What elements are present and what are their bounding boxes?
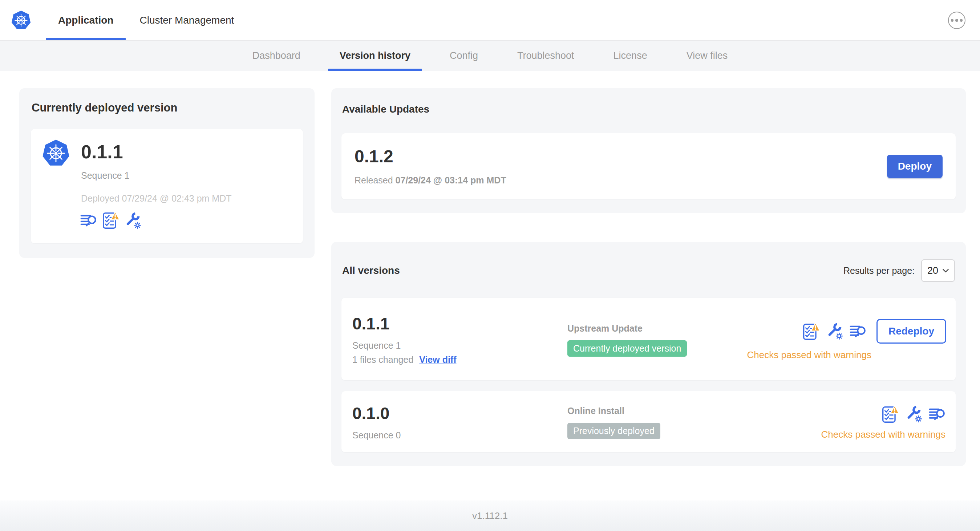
config-wrench-icon[interactable] bbox=[124, 212, 142, 229]
files-changed-label: 1 files changed bbox=[352, 355, 414, 365]
ellipsis-menu-button[interactable] bbox=[948, 12, 966, 29]
all-versions-title: All versions bbox=[342, 265, 400, 277]
preflight-status-link[interactable]: Checks passed with warnings bbox=[821, 429, 946, 440]
main-content: Currently deployed version 0.1.1 Sequenc… bbox=[0, 71, 980, 466]
diff-lines-icon[interactable] bbox=[850, 323, 867, 340]
primary-tabs: Application Cluster Management bbox=[58, 0, 260, 40]
results-per-page-label: Results per page: bbox=[843, 266, 915, 276]
preflight-checklist-warning-icon[interactable] bbox=[102, 211, 120, 229]
view-diff-link[interactable]: View diff bbox=[419, 355, 456, 365]
top-header: Application Cluster Management bbox=[0, 0, 980, 41]
kubernetes-logo-icon bbox=[11, 10, 31, 31]
row-version-number: 0.1.0 bbox=[352, 405, 567, 422]
released-date: 07/29/24 @ 03:14 pm MDT bbox=[396, 175, 506, 185]
ellipsis-icon bbox=[960, 19, 963, 22]
currently-deployed-version-card: 0.1.1 Sequence 1 Deployed 07/29/24 @ 02:… bbox=[31, 129, 303, 243]
deployed-status-badge: Currently deployed version bbox=[567, 340, 687, 357]
config-wrench-icon[interactable] bbox=[905, 405, 923, 423]
app-subnav: Dashboard Version history Config Trouble… bbox=[0, 41, 980, 71]
version-row-0-1-0: 0.1.0 Sequence 0 Online Install Previous… bbox=[341, 391, 956, 452]
available-updates-card: Available Updates 0.1.2 Released 07/29/2… bbox=[331, 88, 966, 213]
current-version-number: 0.1.1 bbox=[81, 141, 129, 163]
current-version-row: 0.1.1 Sequence 1 bbox=[42, 138, 292, 181]
current-version-sequence: Sequence 1 bbox=[81, 170, 129, 181]
currently-deployed-card: Currently deployed version 0.1.1 Sequenc… bbox=[19, 88, 315, 258]
released-label: Released bbox=[355, 175, 393, 185]
console-version-label: v1.112.1 bbox=[472, 510, 508, 521]
config-wrench-icon[interactable] bbox=[826, 323, 844, 340]
row-action-icons bbox=[881, 405, 946, 423]
preflight-status-link[interactable]: Checks passed with warnings bbox=[747, 350, 872, 361]
source-col: Upstream Update Currently deployed versi… bbox=[567, 323, 747, 357]
subnav-troubleshoot[interactable]: Troubleshoot bbox=[498, 41, 594, 71]
version-row-0-1-1: 0.1.1 Sequence 1 1 files changed View di… bbox=[341, 298, 956, 380]
subnav-version-history[interactable]: Version history bbox=[320, 41, 430, 71]
update-version-number: 0.1.2 bbox=[355, 147, 506, 166]
app-footer: v1.112.1 bbox=[0, 501, 980, 531]
version-col: 0.1.1 Sequence 1 1 files changed View di… bbox=[352, 315, 567, 365]
subnav-license[interactable]: License bbox=[594, 41, 667, 71]
all-versions-header: All versions Results per page: 20 bbox=[342, 256, 955, 285]
current-version-deployed-at: Deployed 07/29/24 @ 02:43 pm MDT bbox=[81, 193, 292, 204]
current-version-text: 0.1.1 Sequence 1 bbox=[81, 138, 129, 181]
preflight-checklist-warning-icon[interactable] bbox=[881, 405, 900, 423]
subnav-view-files[interactable]: View files bbox=[667, 41, 748, 71]
tab-application[interactable]: Application bbox=[58, 0, 113, 40]
actions-col: Redeploy Checks passed with warnings bbox=[747, 319, 947, 361]
tab-cluster-management[interactable]: Cluster Management bbox=[140, 0, 234, 40]
redeploy-button[interactable]: Redeploy bbox=[877, 319, 946, 343]
source-col: Online Install Previously deployed bbox=[567, 406, 821, 439]
actions-col: Checks passed with warnings bbox=[821, 405, 947, 440]
row-source: Upstream Update bbox=[567, 323, 747, 334]
results-per-page-value: 20 bbox=[928, 265, 938, 277]
kubernetes-app-icon bbox=[42, 138, 70, 181]
ellipsis-icon bbox=[955, 19, 958, 22]
available-update-row: 0.1.2 Released 07/29/24 @ 03:14 pm MDT D… bbox=[341, 133, 956, 199]
deploy-button[interactable]: Deploy bbox=[887, 155, 943, 178]
diff-lines-icon[interactable] bbox=[80, 212, 98, 229]
row-sequence: Sequence 0 bbox=[352, 430, 567, 440]
row-action-icons: Redeploy bbox=[802, 319, 946, 343]
subnav-dashboard[interactable]: Dashboard bbox=[233, 41, 320, 71]
deployed-status-badge: Previously deployed bbox=[567, 423, 660, 439]
row-source: Online Install bbox=[567, 406, 821, 416]
row-sequence: Sequence 1 bbox=[352, 340, 567, 351]
diff-lines-icon[interactable] bbox=[929, 405, 946, 423]
currently-deployed-title: Currently deployed version bbox=[32, 101, 303, 114]
current-version-action-icons bbox=[80, 211, 292, 229]
right-column: Available Updates 0.1.2 Released 07/29/2… bbox=[331, 88, 966, 466]
admin-console-app: Application Cluster Management Dashboard… bbox=[0, 0, 980, 531]
subnav-config[interactable]: Config bbox=[430, 41, 498, 71]
update-released-at: Released 07/29/24 @ 03:14 pm MDT bbox=[355, 175, 506, 186]
row-version-number: 0.1.1 bbox=[352, 315, 567, 332]
chevron-down-icon bbox=[943, 269, 949, 273]
available-updates-title: Available Updates bbox=[342, 103, 956, 115]
results-per-page: Results per page: 20 bbox=[843, 259, 955, 282]
all-versions-card: All versions Results per page: 20 0.1.1 … bbox=[331, 242, 966, 466]
results-per-page-select[interactable]: 20 bbox=[921, 259, 955, 282]
version-col: 0.1.0 Sequence 0 bbox=[352, 405, 567, 440]
preflight-checklist-warning-icon[interactable] bbox=[802, 322, 821, 340]
update-info: 0.1.2 Released 07/29/24 @ 03:14 pm MDT bbox=[355, 147, 506, 186]
ellipsis-icon bbox=[951, 19, 953, 22]
row-files-changed: 1 files changed View diff bbox=[352, 355, 567, 365]
